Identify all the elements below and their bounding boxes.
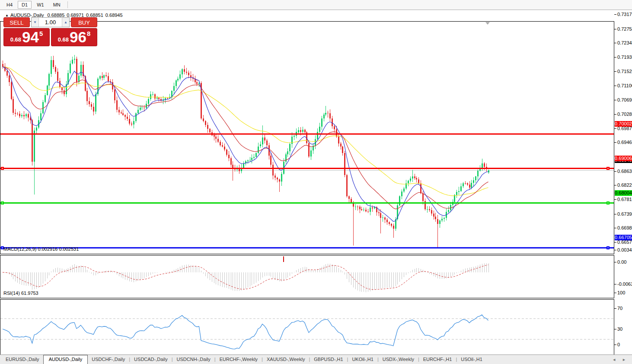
price-tick: 0.72340 [617, 40, 632, 46]
price-level-label-0.66705: 0.66705 [615, 235, 632, 240]
tab-scroll-controls: ◄ ► [612, 355, 632, 364]
timeframe-button-w1[interactable]: W1 [33, 1, 48, 9]
price-tick: 0.72750 [617, 26, 632, 32]
chart-window: 12 Dec 201831 Dec 201818 Jan 20196 Feb 2… [0, 10, 632, 354]
macd-scale-tick: 0.00 [617, 259, 626, 265]
macd-name: MACD(12,26,9) [3, 246, 36, 252]
rsi-value: 61.9753 [21, 291, 38, 296]
buy-price-sup: 8 [87, 30, 90, 46]
price-tick: 0.70690 [617, 97, 632, 103]
sell-button[interactable]: SELL [3, 17, 30, 27]
macd-label: MACD(12,26,9) 0.002916 0.002531 [3, 246, 79, 252]
sell-price-sup: 5 [39, 30, 43, 46]
price-level-label-0.68004: 0.68004 [615, 190, 632, 196]
price-tick: 0.71100 [617, 83, 632, 89]
price-tick: 0.67810 [617, 197, 632, 202]
tab-scroll-right-icon[interactable]: ► [622, 358, 626, 362]
macd-scale-tick: -0.00637 [617, 281, 632, 287]
price-tick: 0.70280 [617, 112, 632, 117]
rsi-name: RSI(14) [3, 291, 20, 296]
chart-tab-eurusd-daily[interactable]: EURUSD-,Daily [2, 355, 43, 364]
buy-price-prefix: 0.68 [58, 36, 69, 43]
macd-scale-tick: 0.00349 [617, 247, 632, 253]
ma-fast-line [3, 67, 488, 221]
ma-slow-line [3, 67, 488, 195]
rsi-scale-tick: 100 [617, 290, 625, 296]
chart-tab-usdcnh-daily[interactable]: USDCNH-,Daily [173, 355, 214, 364]
price-tick: 0.68630 [617, 169, 632, 174]
chart-tab-bar: EURUSD-,DailyAUDUSD-,DailyUSDCHF-,Daily|… [0, 354, 632, 364]
price-tick: 0.71520 [617, 69, 632, 74]
chart-tab-eurchf-h1[interactable]: EURCHF-,H1 [419, 355, 456, 364]
timeframe-toolbar: H4D1W1MN [0, 0, 632, 10]
chart-shift-marker-icon [485, 22, 490, 25]
sell-price-box[interactable]: 0.68 94 5 [3, 28, 50, 46]
toolbar-separator [67, 1, 68, 8]
volume-increase-icon[interactable]: ▲ [62, 18, 69, 27]
price-tick: 0.69460 [617, 140, 632, 145]
candles [2, 55, 489, 247]
price-chart-pane[interactable] [0, 21, 614, 254]
rsi-chart [0, 300, 614, 355]
macd-value-signal: 0.002531 [59, 246, 79, 252]
chart-tab-usoil-h1[interactable]: USOil-,H1 [457, 355, 486, 364]
chart-tab-usdcad-daily[interactable]: USDCAD-,Daily [130, 355, 172, 364]
price-tick: 0.67390 [617, 211, 632, 217]
rsi-scale-tick: 0 [617, 342, 620, 348]
chart-tab-usdx-weekly[interactable]: USDX-,Weekly [379, 355, 418, 364]
candlestick-chart [0, 22, 614, 254]
macd-signal-line [3, 265, 488, 290]
tab-scroll-left-icon[interactable]: ◄ [612, 358, 616, 362]
price-tick: 0.66980 [617, 225, 632, 231]
mt4-terminal: { "toolbar": { "timeframes": [ {"label":… [0, 0, 632, 364]
volume-spinner: ▼ 1.00 ▲ [31, 17, 70, 27]
volume-input[interactable]: 1.00 [39, 18, 62, 27]
timeframe-button-h4[interactable]: H4 [3, 1, 16, 9]
rsi-scale-tick: 70 [617, 306, 622, 311]
macd-chart [0, 255, 614, 298]
sell-price-prefix: 0.68 [10, 36, 21, 43]
buy-price-box[interactable]: 0.68 96 8 [51, 28, 97, 46]
chart-tab-ukoil-h1[interactable]: UKOil-,H1 [348, 355, 377, 364]
chart-tab-usdchf-daily[interactable]: USDCHF-,Daily [88, 355, 129, 364]
price-tick: 0.73170 [617, 12, 632, 17]
ohlc-close: 0.68945 [105, 13, 123, 18]
macd-indicator-pane[interactable] [0, 255, 614, 298]
rsi-line [3, 315, 488, 349]
chart-tab-eurchf-weekly[interactable]: EURCHF-,Weekly [216, 355, 262, 364]
chart-tab-xauusd-weekly[interactable]: XAUUSD-,Weekly [263, 355, 309, 364]
chart-tab-audusd-daily[interactable]: AUDUSD-,Daily [43, 355, 88, 364]
macd-value-main: 0.002916 [38, 246, 57, 252]
timeframe-button-d1[interactable]: D1 [18, 1, 32, 9]
buy-price-big: 96 [70, 29, 86, 46]
rsi-scale-tick: 30 [617, 326, 622, 332]
one-click-trade-panel: SELL ▼ 1.00 ▲ BUY 0.68 94 5 0.68 96 8 [3, 17, 97, 46]
sell-price-big: 94 [22, 29, 39, 46]
ma-mid-line [3, 67, 488, 209]
chart-tab-gbpusd-h1[interactable]: GBPUSD-,H1 [310, 355, 347, 364]
collapse-triangle-icon: ▲ [5, 13, 9, 17]
price-level-label-0.69006: 0.69006 [615, 156, 632, 161]
price-tick: 0.68220 [617, 182, 632, 188]
timeframe-button-mn[interactable]: MN [49, 1, 64, 9]
rsi-label: RSI(14) 61.9753 [3, 291, 38, 296]
price-tick: 0.71930 [617, 54, 632, 60]
buy-button[interactable]: BUY [71, 17, 97, 27]
price-level-label-0.70002: 0.70002 [615, 121, 632, 127]
rsi-indicator-pane[interactable] [0, 299, 614, 356]
volume-decrease-icon[interactable]: ▼ [32, 18, 39, 27]
